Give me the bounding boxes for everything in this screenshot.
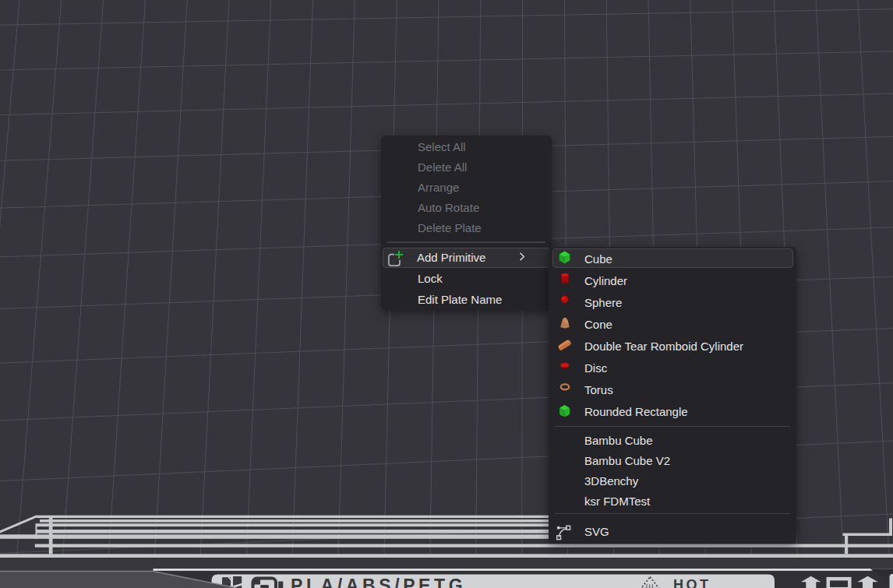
svg-text:HOT: HOT [673,577,711,588]
svg-text:PLA/ABS/PETG: PLA/ABS/PETG [291,576,466,588]
